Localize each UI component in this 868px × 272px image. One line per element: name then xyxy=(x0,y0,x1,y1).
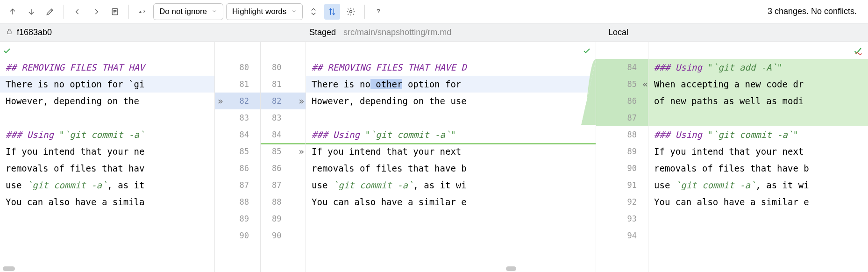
code-line: , as it wi xyxy=(755,180,809,190)
insert-marker xyxy=(261,143,306,144)
apply-right-icon[interactable]: » xyxy=(218,93,223,109)
collapse-unchanged-icon[interactable] xyxy=(306,4,321,20)
gutter-line: 81 xyxy=(261,76,306,93)
gutter-line: 91 xyxy=(596,177,648,193)
diff-title-bar: f1683ab0 Staged src/main/snapshotting/rm… xyxy=(0,23,868,42)
inspection-ok-icon xyxy=(3,44,11,61)
next-change-icon[interactable] xyxy=(23,4,39,20)
gutter-line: 90 xyxy=(261,227,306,244)
gutter-line: 83 xyxy=(261,109,306,126)
gutter-line xyxy=(261,42,306,59)
code-line: If you intend that your next xyxy=(654,146,804,157)
gutter-line: 84 xyxy=(261,126,306,143)
separator xyxy=(128,5,129,19)
staged-label: Staged xyxy=(309,28,336,37)
commit-hash: f1683ab0 xyxy=(17,28,52,37)
code-line: `git commit -a` xyxy=(676,180,756,190)
gutter-line: 88 xyxy=(596,126,648,143)
gutter-line: 85» xyxy=(261,143,306,160)
code-line: " xyxy=(365,129,370,140)
gutter-line: 89 xyxy=(215,210,260,227)
dropdown-label: Do not ignore xyxy=(159,7,207,16)
code-line: " xyxy=(707,129,712,140)
gutter-line: 82» xyxy=(261,93,306,109)
gutter-line xyxy=(596,42,648,59)
settings-icon[interactable] xyxy=(343,4,359,20)
prev-change-icon[interactable] xyxy=(5,4,21,20)
diff-view: ## REMOVING FILES THAT HAV There is no o… xyxy=(0,42,868,272)
horizontal-scrollbar[interactable] xyxy=(3,266,15,271)
code-line: " xyxy=(793,129,798,140)
code-line: of new paths as well as modi xyxy=(654,96,804,106)
sync-scroll-icon[interactable] xyxy=(324,4,340,20)
gutter-line: 94 xyxy=(596,227,648,244)
gutter-line: 80 xyxy=(215,59,260,76)
code-line: removals of files that have b xyxy=(654,163,809,173)
code-line: You can also have a similar e xyxy=(312,197,467,207)
code-line: ### Using xyxy=(654,129,707,140)
code-line: removals of files that have b xyxy=(312,163,467,173)
ignore-whitespace-dropdown[interactable]: Do not ignore xyxy=(153,3,223,20)
code-line: removals of files that hav xyxy=(6,163,144,173)
highlight-mode-dropdown[interactable]: Highlight words xyxy=(226,3,303,20)
file-path: src/main/snapshotting/rm.md xyxy=(343,28,451,37)
gutter-line: 87 xyxy=(261,177,306,193)
diff-pane-local[interactable]: ### Using "`git add -A`" When accepting … xyxy=(648,42,868,272)
revision-segment: f1683ab0 xyxy=(0,23,304,42)
gutter-line: 93 xyxy=(596,210,648,227)
local-label: Local xyxy=(608,28,628,37)
chevron-down-icon xyxy=(291,7,297,16)
apply-left-icon[interactable]: « xyxy=(643,76,648,93)
gutter-line: 87 xyxy=(215,177,260,193)
gutter-line: 86 xyxy=(261,160,306,177)
code-line: However, depending on the use xyxy=(312,96,467,106)
code-line: ## REMOVING FILES THAT HAVE D xyxy=(312,62,467,72)
jump-to-source-icon[interactable] xyxy=(135,4,150,20)
inspection-warning-icon xyxy=(854,44,863,61)
changes-summary: 3 changes. No conflicts. xyxy=(768,7,863,16)
code-line: " xyxy=(59,129,64,140)
gutter-staged-left: 80 81 82» 83 84 85» 86 87 88 89 90 xyxy=(260,42,306,272)
code-line: " xyxy=(707,62,712,72)
help-icon[interactable] xyxy=(370,4,386,20)
forward-icon[interactable] xyxy=(88,4,104,20)
code-line: There is no xyxy=(312,79,370,89)
gutter-line: »82 xyxy=(215,93,260,109)
gutter-line: 86 xyxy=(215,160,260,177)
gutter-line: 87 xyxy=(596,109,648,126)
code-line: `git commit -a` xyxy=(333,180,413,190)
local-segment: Local xyxy=(603,23,868,42)
staged-segment: Staged src/main/snapshotting/rm.md xyxy=(304,23,603,42)
diff-pane-revision[interactable]: ## REMOVING FILES THAT HAV There is no o… xyxy=(0,42,214,272)
list-icon[interactable] xyxy=(107,4,123,20)
svg-rect-2 xyxy=(7,31,11,34)
code-line: use xyxy=(6,180,27,190)
gutter-line xyxy=(215,42,260,59)
code-line: ## REMOVING FILES THAT HAV xyxy=(6,62,144,72)
gutter-line: 85« xyxy=(596,76,648,93)
apply-right-icon[interactable]: » xyxy=(299,93,304,109)
code-line: `git commit -a` xyxy=(713,129,793,140)
gutter-line: 84 xyxy=(215,126,260,143)
code-line: `git commit -a` xyxy=(64,129,145,140)
code-line: ### Using xyxy=(312,129,365,140)
apply-right-icon[interactable]: » xyxy=(299,143,304,160)
code-line: , as it wi xyxy=(413,180,466,190)
dropdown-label: Highlight words xyxy=(232,7,286,16)
gutter-line: 86 xyxy=(596,93,648,109)
gutter-line: 88 xyxy=(261,193,306,210)
diff-connector xyxy=(577,59,596,125)
code-line: `git add -A` xyxy=(713,62,777,72)
code-line: However, depending on the xyxy=(6,96,139,106)
chevron-down-icon xyxy=(212,7,217,16)
gutter-line: 81 xyxy=(215,76,260,93)
code-line: ### Using xyxy=(654,62,707,72)
inspection-ok-icon xyxy=(583,44,591,61)
diff-pane-staged[interactable]: ## REMOVING FILES THAT HAVE D There is n… xyxy=(306,42,596,272)
back-icon[interactable] xyxy=(70,4,85,20)
code-line: ### Using xyxy=(6,129,59,140)
horizontal-scrollbar[interactable] xyxy=(506,266,516,271)
code-line: `git commit -a` xyxy=(370,129,451,140)
code-line: " xyxy=(450,129,455,140)
edit-icon[interactable] xyxy=(42,4,58,20)
